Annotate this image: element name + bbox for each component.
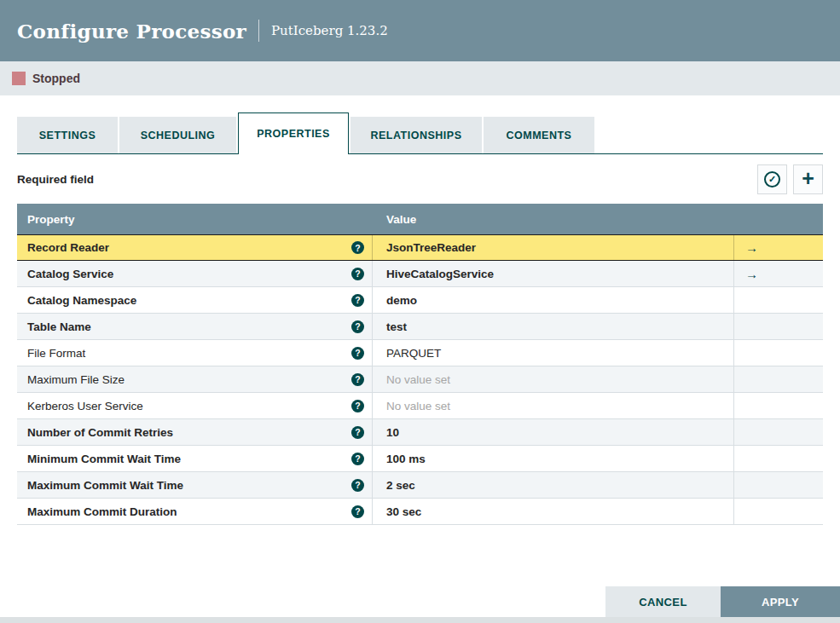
goto-service-arrow-icon[interactable]: → [745, 241, 758, 254]
dialog-body: SETTINGSSCHEDULINGPROPERTIESRELATIONSHIP… [0, 113, 840, 525]
property-value: JsonTreeReader [386, 241, 476, 254]
property-value: test [386, 320, 407, 333]
property-value-cell[interactable]: test [373, 314, 734, 339]
property-name: Maximum Commit Wait Time [27, 479, 183, 492]
table-row[interactable]: Maximum File Size?No value set [17, 366, 823, 393]
property-name: Record Reader [27, 241, 109, 254]
toolbar-buttons: ✓ + [757, 164, 823, 194]
table-row[interactable]: Number of Commit Retries?10 [17, 419, 823, 446]
canvas-edge-strip [0, 617, 840, 623]
processor-type-version: PutIceberg 1.23.2 [271, 23, 388, 38]
property-value-cell[interactable]: 100 ms [373, 446, 734, 471]
footer-buttons: CANCEL APPLY [605, 586, 840, 617]
question-icon[interactable]: ? [351, 347, 364, 360]
table-row[interactable]: Minimum Commit Wait Time?100 ms [17, 446, 823, 472]
question-icon[interactable]: ? [351, 320, 364, 333]
tab-settings[interactable]: SETTINGS [17, 117, 118, 153]
cancel-button[interactable]: CANCEL [605, 586, 721, 617]
property-table: Property Value Record Reader?JsonTreeRea… [17, 204, 823, 525]
link-cell [734, 472, 823, 498]
table-row[interactable]: File Format?PARQUET [17, 340, 823, 366]
property-name: Minimum Commit Wait Time [27, 453, 181, 465]
property-value: PARQUET [386, 347, 441, 360]
question-icon[interactable]: ? [351, 479, 364, 492]
property-name: Maximum Commit Duration [27, 505, 177, 518]
property-name-cell: Maximum Commit Wait Time? [17, 472, 373, 498]
tab-comments[interactable]: COMMENTS [484, 117, 594, 153]
property-value-cell[interactable]: No value set [373, 366, 734, 392]
table-row[interactable]: Maximum Commit Duration?30 sec [17, 499, 823, 525]
property-name-cell: Record Reader? [17, 235, 373, 260]
property-table-header: Property Value [17, 204, 823, 234]
add-property-button[interactable]: + [793, 164, 823, 194]
page-title: Configure Processor [17, 20, 246, 43]
question-icon[interactable]: ? [351, 241, 364, 254]
question-icon[interactable]: ? [351, 453, 364, 465]
table-row[interactable]: Maximum Commit Wait Time?2 sec [17, 472, 823, 499]
property-name-cell: File Format? [17, 340, 373, 366]
properties-toolbar: Required field ✓ + [17, 154, 823, 204]
question-icon[interactable]: ? [351, 268, 364, 280]
property-name: Table Name [27, 320, 91, 333]
property-name-cell: Table Name? [17, 314, 373, 339]
tab-relationships[interactable]: RELATIONSHIPS [350, 117, 482, 153]
property-value: 2 sec [386, 479, 415, 492]
property-name-cell: Kerberos User Service? [17, 393, 373, 418]
question-icon[interactable]: ? [351, 400, 364, 412]
table-row[interactable]: Record Reader?JsonTreeReader→ [17, 234, 823, 261]
link-cell: → [734, 261, 823, 286]
value-column-header: Value [373, 213, 734, 226]
dialog-header: Configure Processor PutIceberg 1.23.2 [0, 0, 840, 61]
question-icon[interactable]: ? [351, 505, 364, 518]
property-value: HiveCatalogService [386, 268, 494, 280]
link-cell [734, 287, 823, 313]
link-cell [734, 340, 823, 366]
property-value: 100 ms [386, 453, 426, 465]
property-name: Maximum File Size [27, 373, 125, 386]
property-name-cell: Number of Commit Retries? [17, 419, 373, 445]
property-value-cell[interactable]: 10 [373, 419, 734, 445]
link-cell [734, 366, 823, 392]
question-icon[interactable]: ? [351, 294, 364, 307]
property-name-cell: Catalog Namespace? [17, 287, 373, 313]
property-name-cell: Catalog Service? [17, 261, 373, 286]
property-name-cell: Maximum Commit Duration? [17, 499, 373, 524]
property-value-cell[interactable]: 30 sec [373, 499, 734, 524]
status-bar: Stopped [0, 61, 840, 95]
property-value: 30 sec [386, 505, 421, 518]
property-value: No value set [386, 373, 450, 386]
link-cell [734, 419, 823, 445]
verify-properties-button[interactable]: ✓ [757, 164, 787, 194]
property-value-cell[interactable]: HiveCatalogService [373, 261, 734, 286]
link-cell [734, 499, 823, 524]
question-icon[interactable]: ? [351, 426, 364, 439]
property-value-cell[interactable]: 2 sec [373, 472, 734, 498]
link-cell [734, 393, 823, 418]
property-value: demo [386, 294, 417, 307]
tab-scheduling[interactable]: SCHEDULING [119, 117, 236, 153]
property-name: File Format [27, 347, 85, 360]
property-value-cell[interactable]: PARQUET [373, 340, 734, 366]
tab-bar: SETTINGSSCHEDULINGPROPERTIESRELATIONSHIP… [17, 113, 823, 154]
goto-service-arrow-icon[interactable]: → [745, 268, 758, 280]
property-value-cell[interactable]: demo [373, 287, 734, 313]
table-row[interactable]: Catalog Service?HiveCatalogService→ [17, 261, 823, 287]
property-name: Catalog Service [27, 268, 113, 280]
question-icon[interactable]: ? [351, 373, 364, 386]
link-cell [734, 314, 823, 339]
table-row[interactable]: Table Name?test [17, 314, 823, 340]
table-row[interactable]: Catalog Namespace?demo [17, 287, 823, 314]
property-name: Number of Commit Retries [27, 426, 173, 439]
property-name-cell: Minimum Commit Wait Time? [17, 446, 373, 471]
property-value: No value set [386, 400, 450, 412]
property-name-cell: Maximum File Size? [17, 366, 373, 392]
property-column-header: Property [17, 213, 373, 226]
link-cell: → [734, 235, 823, 260]
link-cell [734, 446, 823, 471]
apply-button[interactable]: APPLY [721, 586, 840, 617]
tab-properties[interactable]: PROPERTIES [238, 112, 349, 154]
property-value-cell[interactable]: No value set [373, 393, 734, 418]
table-row[interactable]: Kerberos User Service?No value set [17, 393, 823, 419]
property-name: Catalog Namespace [27, 294, 136, 307]
property-value-cell[interactable]: JsonTreeReader [373, 235, 734, 260]
